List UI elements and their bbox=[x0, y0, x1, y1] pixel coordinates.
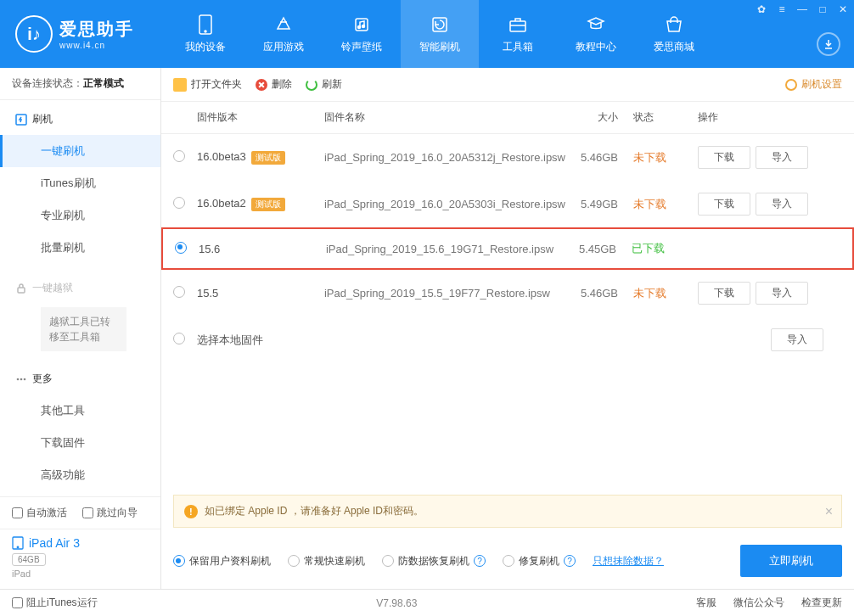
skip-guide-checkbox[interactable]: 跳过向导 bbox=[82, 506, 138, 520]
nav: 我的设备 应用游戏 铃声壁纸 智能刷机 工具箱 教程中心 爱思商城 bbox=[166, 0, 854, 68]
sidebar-head-flash[interactable]: 刷机 bbox=[0, 104, 160, 135]
beta-badge: 测试版 bbox=[251, 151, 285, 165]
size-cell: 5.46GB bbox=[565, 151, 633, 164]
music-icon bbox=[351, 14, 372, 35]
firmware-row[interactable]: 15.6 iPad_Spring_2019_15.6_19G71_Restore… bbox=[161, 227, 854, 270]
firmware-row[interactable]: 16.0beta3测试版 iPad_Spring_2019_16.0_20A53… bbox=[161, 134, 854, 181]
help-icon[interactable]: ? bbox=[564, 555, 576, 567]
sidebar-item-batch[interactable]: 批量刷机 bbox=[0, 232, 160, 264]
auto-activate-checkbox[interactable]: 自动激活 bbox=[12, 506, 67, 520]
flash-icon bbox=[430, 14, 450, 35]
version-cell: 15.5 bbox=[197, 287, 324, 300]
nav-device[interactable]: 我的设备 bbox=[166, 0, 244, 68]
row-radio[interactable] bbox=[175, 242, 187, 254]
svg-point-4 bbox=[358, 25, 361, 28]
beta-badge: 测试版 bbox=[251, 198, 285, 211]
delete-icon bbox=[256, 79, 267, 91]
brand-url: www.i4.cn bbox=[59, 41, 134, 50]
flash-now-button[interactable]: 立即刷机 bbox=[740, 545, 842, 577]
maximize-icon[interactable]: □ bbox=[817, 3, 829, 15]
footer: 阻止iTunes运行 V7.98.63 客服 微信公众号 检查更新 bbox=[0, 589, 854, 616]
row-radio[interactable] bbox=[173, 333, 185, 344]
nav-apps[interactable]: 应用游戏 bbox=[244, 0, 323, 68]
logo[interactable]: i♪ 爱思助手 www.i4.cn bbox=[0, 15, 166, 53]
svg-point-12 bbox=[20, 378, 23, 380]
import-button[interactable]: 导入 bbox=[756, 146, 808, 169]
sidebar-head-more[interactable]: 更多 bbox=[0, 363, 160, 395]
opt-repair[interactable]: 修复刷机? bbox=[503, 554, 576, 568]
erase-data-link[interactable]: 只想抹除数据？ bbox=[593, 554, 664, 568]
svg-rect-10 bbox=[18, 288, 25, 293]
svg-point-13 bbox=[24, 378, 26, 380]
sidebar-item-advanced[interactable]: 高级功能 bbox=[0, 459, 160, 491]
nav-tutorial[interactable]: 教程中心 bbox=[557, 0, 635, 68]
apps-icon bbox=[273, 14, 294, 35]
svg-point-15 bbox=[17, 546, 19, 548]
import-button[interactable]: 导入 bbox=[756, 282, 808, 305]
sidebar-item-other[interactable]: 其他工具 bbox=[0, 395, 160, 427]
firmware-row[interactable]: 16.0beta2测试版 iPad_Spring_2019_16.0_20A53… bbox=[161, 181, 854, 227]
device-type: iPad bbox=[12, 568, 149, 579]
size-cell: 5.46GB bbox=[565, 287, 633, 300]
version-cell: 15.6 bbox=[199, 243, 326, 255]
row-radio[interactable] bbox=[173, 197, 185, 209]
download-button[interactable]: 下载 bbox=[698, 282, 750, 305]
opt-normal[interactable]: 常规快速刷机 bbox=[288, 554, 365, 568]
svg-point-1 bbox=[205, 31, 206, 32]
firmware-row[interactable]: 15.5 iPad_Spring_2019_15.5_19F77_Restore… bbox=[161, 270, 854, 316]
tablet-icon bbox=[12, 536, 24, 550]
help-icon[interactable]: ? bbox=[474, 555, 486, 567]
sidebar-item-itunes[interactable]: iTunes刷机 bbox=[0, 167, 160, 199]
notice-close-icon[interactable]: × bbox=[825, 504, 833, 519]
device-status: 设备连接状态：正常模式 bbox=[0, 68, 160, 100]
footer-link-support[interactable]: 客服 bbox=[696, 596, 716, 610]
row-radio[interactable] bbox=[173, 150, 185, 162]
delete-button[interactable]: 删除 bbox=[256, 77, 292, 92]
flash-settings-button[interactable]: 刷机设置 bbox=[785, 77, 842, 92]
win-icon-1[interactable]: ✿ bbox=[756, 3, 767, 15]
opt-keep-data[interactable]: 保留用户资料刷机 bbox=[173, 554, 271, 568]
download-button[interactable]: 下载 bbox=[698, 146, 750, 169]
size-cell: 5.45GB bbox=[564, 243, 632, 255]
nav-toolbox[interactable]: 工具箱 bbox=[479, 0, 557, 68]
toolbar: 打开文件夹 删除 刷新 刷机设置 bbox=[161, 68, 854, 102]
sidebar-item-pro[interactable]: 专业刷机 bbox=[0, 199, 160, 232]
nav-ringtones[interactable]: 铃声壁纸 bbox=[323, 0, 401, 68]
device-name[interactable]: iPad Air 3 bbox=[12, 536, 149, 550]
win-icon-2[interactable]: ≡ bbox=[776, 3, 788, 15]
refresh-icon bbox=[306, 79, 317, 91]
close-icon[interactable]: ✕ bbox=[837, 3, 849, 15]
row-radio[interactable] bbox=[173, 286, 185, 298]
filename-cell: iPad_Spring_2019_15.5_19F77_Restore.ipsw bbox=[324, 287, 565, 300]
opt-antirecover[interactable]: 防数据恢复刷机? bbox=[382, 554, 486, 568]
nav-flash[interactable]: 智能刷机 bbox=[401, 0, 479, 68]
sidebar-item-download[interactable]: 下载固件 bbox=[0, 427, 160, 459]
download-button[interactable]: 下载 bbox=[698, 193, 750, 216]
jailbreak-note: 越狱工具已转移至工具箱 bbox=[41, 307, 126, 351]
footer-link-update[interactable]: 检查更新 bbox=[801, 596, 842, 610]
notice-bar: ! 如已绑定 Apple ID ，请准备好 Apple ID和密码。 × bbox=[173, 495, 842, 528]
svg-rect-3 bbox=[356, 19, 368, 31]
minimize-icon[interactable]: — bbox=[796, 3, 808, 15]
header: i♪ 爱思助手 www.i4.cn 我的设备 应用游戏 铃声壁纸 智能刷机 工具… bbox=[0, 0, 854, 68]
nav-store[interactable]: 爱思商城 bbox=[635, 0, 713, 68]
firmware-row[interactable]: 选择本地固件 导入 bbox=[161, 316, 854, 363]
import-button[interactable]: 导入 bbox=[771, 328, 823, 351]
toolbox-icon bbox=[508, 14, 528, 35]
phone-icon bbox=[195, 14, 216, 35]
flash-small-icon bbox=[15, 114, 27, 126]
import-button[interactable]: 导入 bbox=[756, 193, 808, 216]
footer-link-wechat[interactable]: 微信公众号 bbox=[733, 596, 784, 610]
status-label: 已下载 bbox=[632, 242, 665, 255]
status-label: 未下载 bbox=[633, 198, 666, 210]
open-folder-button[interactable]: 打开文件夹 bbox=[173, 77, 242, 92]
refresh-button[interactable]: 刷新 bbox=[306, 77, 342, 92]
sidebar-head-jailbreak: 一键越狱 bbox=[0, 272, 160, 304]
sidebar-item-oneclick[interactable]: 一键刷机 bbox=[0, 135, 160, 167]
block-itunes-checkbox[interactable]: 阻止iTunes运行 bbox=[12, 596, 98, 610]
download-progress-icon[interactable] bbox=[817, 32, 840, 56]
filename-cell: iPad_Spring_2019_15.6_19G71_Restore.ipsw bbox=[326, 243, 564, 255]
filename-cell: iPad_Spring_2019_16.0_20A5303i_Restore.i… bbox=[324, 198, 565, 210]
version-label: V7.98.63 bbox=[98, 597, 696, 609]
table-header: 固件版本 固件名称 大小 状态 操作 bbox=[161, 102, 854, 134]
